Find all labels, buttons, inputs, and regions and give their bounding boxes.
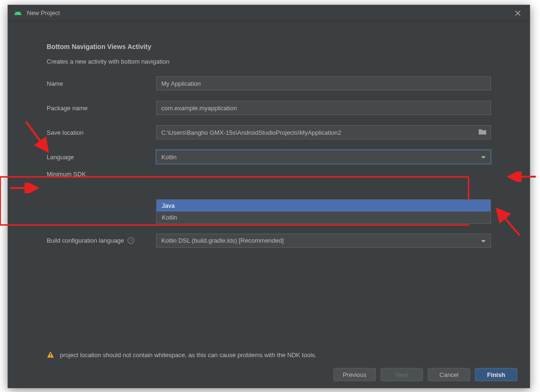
page-heading: Bottom Navigation Views Activity (47, 43, 491, 50)
button-bar: Previous Next Cancel Finish (8, 364, 530, 388)
name-input[interactable]: My Application (156, 76, 491, 90)
finish-button[interactable]: Finish (475, 368, 517, 381)
new-project-window: New Project Bottom Navigation Views Acti… (8, 5, 530, 388)
titlebar[interactable]: New Project (8, 5, 530, 21)
page-description: Creates a new activity with bottom navig… (47, 58, 491, 65)
dropdown-item-java[interactable]: Java (157, 200, 490, 212)
build-config-label: Build configuration language ? (47, 237, 156, 245)
cancel-button[interactable]: Cancel (428, 368, 470, 381)
warning-row: project location should not contain whit… (47, 351, 491, 359)
warning-icon (47, 351, 54, 359)
language-select[interactable]: Kotlin (156, 150, 491, 164)
language-dropdown: Java Kotlin (156, 199, 491, 224)
warning-text: project location should not contain whit… (60, 351, 316, 359)
package-name-input[interactable]: com.example.myapplication (156, 101, 491, 115)
svg-text:?: ? (129, 238, 132, 243)
window-title: New Project (27, 9, 60, 16)
build-config-value: Kotlin DSL (build.gradle.kts) [Recommend… (161, 237, 284, 244)
save-location-value: C:\Users\Bangho GMX-15s\AndroidStudioPro… (161, 129, 341, 136)
package-name-label: Package name (47, 105, 156, 112)
minimum-sdk-label: Minimum SDK (47, 171, 156, 178)
svg-rect-4 (50, 353, 51, 356)
save-location-label: Save location (47, 129, 156, 136)
next-button: Next (381, 368, 423, 381)
close-button[interactable] (512, 7, 524, 19)
chevron-down-icon (481, 154, 486, 161)
dialog-body: Bottom Navigation Views Activity Creates… (8, 21, 530, 388)
save-location-input[interactable]: C:\Users\Bangho GMX-15s\AndroidStudioPro… (156, 125, 491, 139)
language-value: Kotlin (161, 154, 177, 161)
package-name-value: com.example.myapplication (161, 105, 237, 112)
build-config-label-text: Build configuration language (47, 237, 124, 244)
name-input-value: My Application (161, 80, 201, 87)
android-icon (14, 9, 22, 17)
language-label: Language (47, 154, 156, 161)
chevron-down-icon (481, 237, 486, 244)
name-label: Name (47, 80, 156, 87)
folder-icon[interactable] (478, 129, 487, 137)
build-config-select[interactable]: Kotlin DSL (build.gradle.kts) [Recommend… (156, 234, 491, 248)
svg-rect-5 (50, 356, 51, 357)
previous-button[interactable]: Previous (333, 368, 376, 381)
dropdown-item-kotlin[interactable]: Kotlin (157, 212, 490, 223)
question-icon[interactable]: ? (127, 237, 134, 245)
